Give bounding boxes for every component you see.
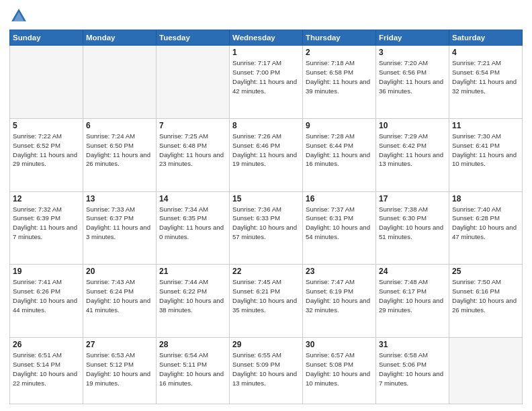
day-number: 28 [159, 340, 226, 349]
calendar-week-row: 19Sunrise: 7:41 AM Sunset: 6:26 PM Dayli… [10, 265, 523, 338]
calendar-cell: 6Sunrise: 7:24 AM Sunset: 6:50 PM Daylig… [83, 118, 157, 191]
calendar-cell: 21Sunrise: 7:44 AM Sunset: 6:22 PM Dayli… [157, 265, 230, 338]
calendar-cell: 30Sunrise: 6:57 AM Sunset: 5:08 PM Dayli… [303, 338, 376, 404]
weekday-header: Friday [376, 30, 449, 46]
day-number: 17 [379, 194, 446, 203]
calendar-cell: 19Sunrise: 7:41 AM Sunset: 6:26 PM Dayli… [10, 265, 83, 338]
calendar-week-row: 26Sunrise: 6:51 AM Sunset: 5:14 PM Dayli… [10, 338, 523, 404]
calendar-cell: 25Sunrise: 7:50 AM Sunset: 6:16 PM Dayli… [449, 265, 523, 338]
day-info: Sunrise: 7:22 AM Sunset: 6:52 PM Dayligh… [13, 132, 80, 169]
day-number: 24 [379, 267, 446, 276]
calendar-cell: 26Sunrise: 6:51 AM Sunset: 5:14 PM Dayli… [10, 338, 83, 404]
day-number: 27 [86, 340, 153, 349]
logo [9, 7, 31, 26]
calendar-cell: 2Sunrise: 7:18 AM Sunset: 6:58 PM Daylig… [303, 46, 376, 119]
calendar-cell: 27Sunrise: 6:53 AM Sunset: 5:12 PM Dayli… [83, 338, 157, 404]
day-number: 10 [379, 121, 446, 130]
day-info: Sunrise: 7:34 AM Sunset: 6:35 PM Dayligh… [159, 205, 226, 242]
day-number: 6 [86, 121, 153, 130]
day-info: Sunrise: 7:38 AM Sunset: 6:30 PM Dayligh… [379, 205, 446, 242]
calendar-cell: 1Sunrise: 7:17 AM Sunset: 7:00 PM Daylig… [230, 46, 303, 119]
day-info: Sunrise: 7:48 AM Sunset: 6:17 PM Dayligh… [379, 277, 446, 315]
calendar-cell: 4Sunrise: 7:21 AM Sunset: 6:54 PM Daylig… [449, 46, 523, 119]
day-number: 12 [13, 194, 80, 203]
calendar-cell: 29Sunrise: 6:55 AM Sunset: 5:09 PM Dayli… [230, 338, 303, 404]
weekday-header: Tuesday [157, 30, 230, 46]
day-info: Sunrise: 7:47 AM Sunset: 6:19 PM Dayligh… [306, 277, 373, 315]
day-number: 19 [13, 267, 80, 276]
weekday-header: Sunday [10, 30, 83, 46]
day-info: Sunrise: 6:51 AM Sunset: 5:14 PM Dayligh… [13, 351, 80, 388]
day-info: Sunrise: 7:44 AM Sunset: 6:22 PM Dayligh… [159, 277, 226, 315]
day-info: Sunrise: 7:24 AM Sunset: 6:50 PM Dayligh… [86, 132, 153, 169]
calendar-cell: 15Sunrise: 7:36 AM Sunset: 6:33 PM Dayli… [230, 191, 303, 265]
day-number: 5 [13, 121, 80, 130]
calendar-cell: 23Sunrise: 7:47 AM Sunset: 6:19 PM Dayli… [303, 265, 376, 338]
day-number: 29 [232, 340, 300, 349]
calendar-cell: 5Sunrise: 7:22 AM Sunset: 6:52 PM Daylig… [10, 118, 83, 191]
calendar-cell [83, 46, 157, 119]
calendar-cell [157, 46, 230, 119]
day-info: Sunrise: 7:20 AM Sunset: 6:56 PM Dayligh… [379, 58, 446, 96]
day-info: Sunrise: 7:30 AM Sunset: 6:41 PM Dayligh… [452, 132, 519, 169]
day-number: 14 [159, 194, 226, 203]
day-info: Sunrise: 7:41 AM Sunset: 6:26 PM Dayligh… [13, 277, 80, 315]
calendar-cell: 24Sunrise: 7:48 AM Sunset: 6:17 PM Dayli… [376, 265, 449, 338]
calendar-week-row: 1Sunrise: 7:17 AM Sunset: 7:00 PM Daylig… [10, 46, 523, 119]
day-info: Sunrise: 6:54 AM Sunset: 5:11 PM Dayligh… [159, 351, 226, 388]
day-number: 4 [452, 48, 519, 57]
calendar-cell: 14Sunrise: 7:34 AM Sunset: 6:35 PM Dayli… [157, 191, 230, 265]
calendar-cell: 20Sunrise: 7:43 AM Sunset: 6:24 PM Dayli… [83, 265, 157, 338]
day-info: Sunrise: 6:57 AM Sunset: 5:08 PM Dayligh… [306, 351, 373, 388]
day-number: 9 [306, 121, 373, 130]
day-number: 2 [306, 48, 373, 57]
calendar-cell: 7Sunrise: 7:25 AM Sunset: 6:48 PM Daylig… [157, 118, 230, 191]
day-number: 21 [159, 267, 226, 276]
day-number: 1 [232, 48, 300, 57]
calendar-week-row: 12Sunrise: 7:32 AM Sunset: 6:39 PM Dayli… [10, 191, 523, 265]
day-info: Sunrise: 7:45 AM Sunset: 6:21 PM Dayligh… [232, 277, 300, 315]
day-number: 30 [306, 340, 373, 349]
header [9, 7, 523, 26]
day-info: Sunrise: 7:29 AM Sunset: 6:42 PM Dayligh… [379, 132, 446, 169]
day-number: 15 [232, 194, 300, 203]
weekday-header: Wednesday [230, 30, 303, 46]
day-number: 26 [13, 340, 80, 349]
day-number: 31 [379, 340, 446, 349]
day-number: 7 [159, 121, 226, 130]
day-info: Sunrise: 6:55 AM Sunset: 5:09 PM Dayligh… [232, 351, 300, 388]
calendar-cell: 22Sunrise: 7:45 AM Sunset: 6:21 PM Dayli… [230, 265, 303, 338]
day-info: Sunrise: 7:50 AM Sunset: 6:16 PM Dayligh… [452, 277, 519, 315]
day-info: Sunrise: 7:28 AM Sunset: 6:44 PM Dayligh… [306, 132, 373, 169]
calendar-cell: 13Sunrise: 7:33 AM Sunset: 6:37 PM Dayli… [83, 191, 157, 265]
day-info: Sunrise: 6:58 AM Sunset: 5:06 PM Dayligh… [379, 351, 446, 388]
calendar-page: SundayMondayTuesdayWednesdayThursdayFrid… [0, 0, 532, 411]
calendar-cell [449, 338, 523, 404]
day-info: Sunrise: 7:40 AM Sunset: 6:28 PM Dayligh… [452, 205, 519, 242]
day-info: Sunrise: 7:33 AM Sunset: 6:37 PM Dayligh… [86, 205, 153, 242]
calendar-cell: 31Sunrise: 6:58 AM Sunset: 5:06 PM Dayli… [376, 338, 449, 404]
day-info: Sunrise: 7:32 AM Sunset: 6:39 PM Dayligh… [13, 205, 80, 242]
day-info: Sunrise: 6:53 AM Sunset: 5:12 PM Dayligh… [86, 351, 153, 388]
calendar-cell: 11Sunrise: 7:30 AM Sunset: 6:41 PM Dayli… [449, 118, 523, 191]
day-number: 16 [306, 194, 373, 203]
calendar-cell: 16Sunrise: 7:37 AM Sunset: 6:31 PM Dayli… [303, 191, 376, 265]
day-number: 25 [452, 267, 519, 276]
calendar-week-row: 5Sunrise: 7:22 AM Sunset: 6:52 PM Daylig… [10, 118, 523, 191]
logo-icon [9, 7, 28, 26]
day-info: Sunrise: 7:43 AM Sunset: 6:24 PM Dayligh… [86, 277, 153, 315]
day-info: Sunrise: 7:21 AM Sunset: 6:54 PM Dayligh… [452, 58, 519, 96]
weekday-header-row: SundayMondayTuesdayWednesdayThursdayFrid… [10, 30, 523, 46]
day-info: Sunrise: 7:36 AM Sunset: 6:33 PM Dayligh… [232, 205, 300, 242]
calendar-cell: 18Sunrise: 7:40 AM Sunset: 6:28 PM Dayli… [449, 191, 523, 265]
calendar-cell: 12Sunrise: 7:32 AM Sunset: 6:39 PM Dayli… [10, 191, 83, 265]
day-info: Sunrise: 7:26 AM Sunset: 6:46 PM Dayligh… [232, 132, 300, 169]
calendar-cell: 17Sunrise: 7:38 AM Sunset: 6:30 PM Dayli… [376, 191, 449, 265]
calendar-cell: 10Sunrise: 7:29 AM Sunset: 6:42 PM Dayli… [376, 118, 449, 191]
day-number: 18 [452, 194, 519, 203]
weekday-header: Thursday [303, 30, 376, 46]
day-info: Sunrise: 7:17 AM Sunset: 7:00 PM Dayligh… [232, 58, 300, 96]
day-number: 23 [306, 267, 373, 276]
day-number: 13 [86, 194, 153, 203]
calendar-cell: 3Sunrise: 7:20 AM Sunset: 6:56 PM Daylig… [376, 46, 449, 119]
